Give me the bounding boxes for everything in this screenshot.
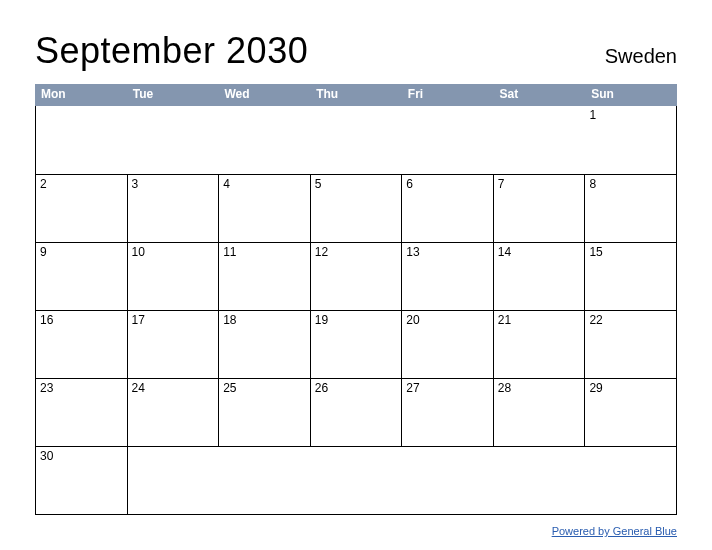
day-header-fri: Fri [402,84,494,106]
calendar-cell: 29 [585,378,677,446]
calendar-grid: 1 2 3 4 5 6 7 8 9 10 11 12 13 14 15 16 1… [35,106,677,515]
footer: Powered by General Blue [35,521,677,539]
calendar-header: September 2030 Sweden [35,30,677,72]
calendar-cell: 23 [36,378,128,446]
calendar-cell: 25 [219,378,311,446]
day-headers-row: Mon Tue Wed Thu Fri Sat Sun [35,84,677,106]
calendar-cell [585,446,677,514]
day-header-sat: Sat [494,84,586,106]
calendar-cell: 8 [585,174,677,242]
calendar-cell [219,106,311,174]
calendar-cell: 12 [311,242,403,310]
day-header-thu: Thu [310,84,402,106]
calendar-cell: 6 [402,174,494,242]
calendar-cell [219,446,311,514]
calendar-cell: 9 [36,242,128,310]
day-header-sun: Sun [585,84,677,106]
calendar-cell: 5 [311,174,403,242]
day-header-tue: Tue [127,84,219,106]
calendar-cell [494,106,586,174]
calendar-cell [128,106,220,174]
calendar-cell: 27 [402,378,494,446]
day-header-wed: Wed [218,84,310,106]
calendar-cell: 30 [36,446,128,514]
calendar-cell: 16 [36,310,128,378]
calendar-cell: 7 [494,174,586,242]
calendar-cell: 11 [219,242,311,310]
calendar-cell [128,446,220,514]
calendar-cell: 4 [219,174,311,242]
calendar-cell: 18 [219,310,311,378]
powered-by-link[interactable]: Powered by General Blue [552,525,677,537]
calendar-cell: 2 [36,174,128,242]
calendar-cell: 20 [402,310,494,378]
calendar-country: Sweden [605,45,677,68]
calendar-title: September 2030 [35,30,308,72]
calendar-cell: 17 [128,310,220,378]
calendar-cell: 14 [494,242,586,310]
calendar-cell [494,446,586,514]
calendar-cell [311,446,403,514]
day-header-mon: Mon [35,84,127,106]
calendar-cell: 22 [585,310,677,378]
calendar-cell: 1 [585,106,677,174]
calendar-cell: 10 [128,242,220,310]
calendar-cell [36,106,128,174]
calendar-cell: 21 [494,310,586,378]
calendar-cell: 13 [402,242,494,310]
calendar-cell: 3 [128,174,220,242]
calendar-cell [402,106,494,174]
calendar-cell [402,446,494,514]
calendar-cell: 28 [494,378,586,446]
calendar-cell [311,106,403,174]
calendar-cell: 15 [585,242,677,310]
calendar-cell: 19 [311,310,403,378]
calendar-cell: 26 [311,378,403,446]
calendar-cell: 24 [128,378,220,446]
